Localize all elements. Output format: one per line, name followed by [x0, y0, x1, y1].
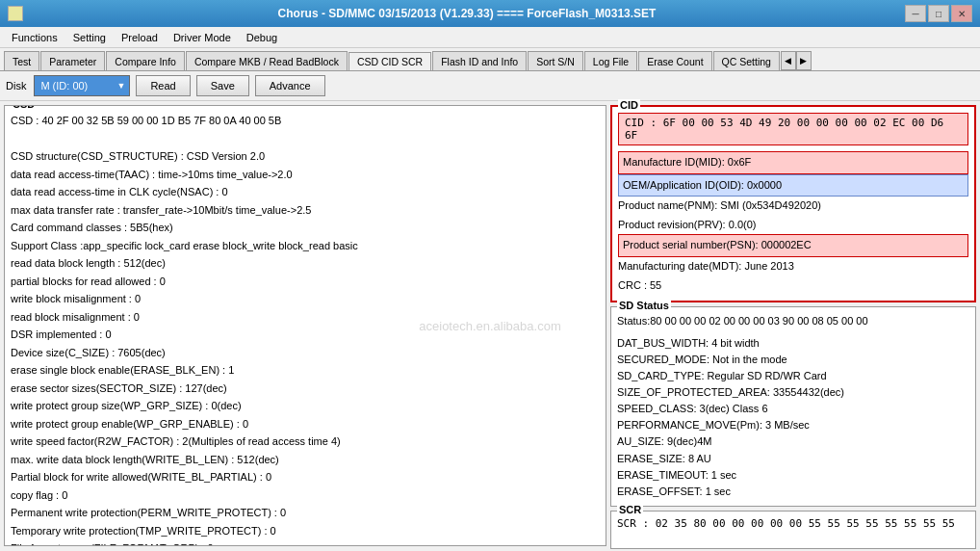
csd-line-22: File format group(FILE_FORMAT_GRP) : 0 [11, 539, 600, 546]
cid-row-4: Product serial number(PSN): 000002EC [618, 234, 968, 257]
menu-driver-mode[interactable]: Driver Mode [166, 30, 239, 45]
tab-erase-count[interactable]: Erase Count [638, 51, 711, 70]
csd-line-9: read block misalignment : 0 [11, 308, 600, 327]
csd-line-10: DSR implemented : 0 [11, 326, 600, 344]
csd-section-label: CSD [11, 105, 37, 110]
tab-parameter[interactable]: Parameter [40, 51, 105, 70]
csd-line-7: partial blocks for read allowed : 0 [11, 273, 600, 291]
sd-status-line-2: DAT_BUS_WIDTH: 4 bit width [617, 335, 969, 352]
csd-line-6: read data block length : 512(dec) [11, 254, 600, 273]
tab-bar: Test Parameter Compare Info Compare MKB … [0, 48, 980, 71]
toolbar: Disk M (ID: 00) ▼ Read Save Advance [0, 71, 980, 101]
csd-line-20: Permanent write protection(PERM_WRITE_PR… [11, 504, 600, 522]
title-text: Chorus - SD/MMC 03/15/2013 (V1.29.33) ==… [29, 7, 905, 20]
csd-line-0: CSD structure(CSD_STRUCTURE) : CSD Versi… [11, 147, 600, 166]
sd-status-line-8: AU_SIZE: 9(dec)4M [617, 433, 969, 450]
sd-status-content: Status:80 00 00 00 02 00 00 00 03 90 00 … [617, 313, 969, 500]
tab-compare-mkb[interactable]: Compare MKB / Read BadBlock [186, 51, 348, 70]
scr-section-label: SCR [617, 504, 643, 515]
disk-label: Disk [6, 80, 26, 92]
menu-preload[interactable]: Preload [114, 30, 166, 45]
tab-flash-id[interactable]: Flash ID and Info [432, 51, 527, 70]
csd-line-8: write block misalignment : 0 [11, 290, 600, 308]
csd-line-13: erase sector sizes(SECTOR_SIZE) : 127(de… [11, 380, 600, 398]
sd-status-line-9: ERASE_SIZE: 8 AU [617, 451, 969, 467]
csd-content: CSD : 40 2F 00 32 5B 59 00 00 1D B5 7F 8… [11, 112, 600, 546]
sd-status-line-5: SIZE_OF_PROTECTED_AREA: 33554432(dec) [617, 384, 969, 401]
disk-combo-value: M (ID: 00) [40, 80, 88, 92]
cid-row-6: CRC : 55 [618, 276, 968, 296]
cid-row-2: Product name(PNM): SMI (0x534D492020) [618, 197, 968, 216]
cid-section-label: CID [618, 99, 640, 111]
sd-status-line-7: PERFORMANCE_MOVE(Pm): 3 MB/sec [617, 417, 969, 433]
close-button[interactable]: ✕ [951, 5, 972, 22]
csd-line-11: Device size(C_SIZE) : 7605(dec) [11, 344, 600, 362]
menu-bar: Functions Setting Preload Driver Mode De… [0, 27, 980, 48]
sd-status-section-label: SD Status [617, 300, 671, 311]
tab-test[interactable]: Test [4, 51, 39, 70]
tab-scroll-left[interactable]: ◀ [781, 51, 796, 70]
cid-row-0: Manufacture ID(MID): 0x6F [618, 151, 968, 174]
sd-status-line-0: Status:80 00 00 00 02 00 00 00 03 90 00 … [617, 313, 969, 329]
advance-button[interactable]: Advance [255, 75, 325, 96]
sd-status-line-6: SPEED_CLASS: 3(dec) Class 6 [617, 401, 969, 417]
csd-line-19: copy flag : 0 [11, 486, 600, 505]
csd-line-3: max data transfer rate : transfer_rate->… [11, 201, 600, 220]
scr-panel: SCR SCR : 02 35 80 00 00 00 00 00 55 55 … [610, 511, 976, 549]
app-icon [8, 6, 23, 21]
right-panel: CID CID : 6F 00 00 53 4D 49 20 00 00 00 … [610, 105, 976, 546]
title-bar: Chorus - SD/MMC 03/15/2013 (V1.29.33) ==… [0, 0, 980, 27]
cid-hex: CID : 6F 00 00 53 4D 49 20 00 00 00 00 0… [618, 113, 968, 145]
csd-line-15: write protect group enable(WP_GRP_ENABLE… [11, 415, 600, 433]
read-button[interactable]: Read [136, 75, 190, 96]
window-controls: ─ □ ✕ [905, 5, 972, 22]
csd-line-2: data read access-time in CLK cycle(NSAC)… [11, 183, 600, 201]
csd-line-12: erase single block enable(ERASE_BLK_EN) … [11, 361, 600, 380]
csd-line-5: Support Class :app_specific lock_card er… [11, 237, 600, 255]
sd-status-line-4: SD_CARD_TYPE: Regular SD RD/WR Card [617, 368, 969, 384]
cid-row-5: Manufacturing date(MDT): June 2013 [618, 257, 968, 276]
cid-row-1: OEM/Application ID(OID): 0x0000 [618, 174, 968, 197]
cid-panel: CID CID : 6F 00 00 53 4D 49 20 00 00 00 … [610, 105, 976, 302]
sd-status-line-3: SECURED_MODE: Not in the mode [617, 352, 969, 368]
csd-line-14: write protect group size(WP_GRP_SIZE) : … [11, 397, 600, 415]
cid-row-3: Product revision(PRV): 0.0(0) [618, 216, 968, 235]
disk-combo[interactable]: M (ID: 00) ▼ [34, 75, 130, 96]
save-button[interactable]: Save [196, 75, 249, 96]
csd-line-16: write speed factor(R2W_FACTOR) : 2(Multi… [11, 433, 600, 451]
sd-status-panel: SD Status Status:80 00 00 00 02 00 00 00… [610, 306, 976, 507]
csd-panel: CSD CSD : 40 2F 00 32 5B 59 00 00 1D B5 … [4, 105, 606, 546]
csd-line-1: data read access-time(TAAC) : time->10ms… [11, 166, 600, 184]
tab-sort-sn[interactable]: Sort S/N [528, 51, 583, 70]
tab-log-file[interactable]: Log File [584, 51, 637, 70]
menu-debug[interactable]: Debug [239, 30, 285, 45]
csd-line-21: Temporary write protection(TMP_WRITE_PRO… [11, 522, 600, 540]
tab-csd-cid-scr[interactable]: CSD CID SCR [348, 52, 431, 71]
menu-setting[interactable]: Setting [65, 30, 114, 45]
menu-functions[interactable]: Functions [4, 30, 65, 45]
main-content: aceiotech.en.alibaba.com CSD CSD : 40 2F… [0, 101, 980, 550]
tab-scroll-right[interactable]: ▶ [796, 51, 812, 70]
csd-line-18: Partial block for write allowed(WRITE_BL… [11, 468, 600, 486]
maximize-button[interactable]: □ [928, 5, 949, 22]
sd-status-line-10: ERASE_TIMEOUT: 1 sec [617, 467, 969, 484]
sd-status-line-11: ERASE_OFFSET: 1 sec [617, 484, 969, 500]
scr-content: SCR : 02 35 80 00 00 00 00 00 55 55 55 5… [617, 517, 969, 530]
csd-hex: CSD : 40 2F 00 32 5B 59 00 00 1D B5 7F 8… [11, 112, 600, 130]
csd-line-17: max. write data block length(WRITE_BL_LE… [11, 451, 600, 469]
csd-line-4: Card command classes : 5B5(hex) [11, 219, 600, 237]
tab-compare-info[interactable]: Compare Info [106, 51, 185, 70]
chevron-down-icon: ▼ [116, 81, 125, 91]
minimize-button[interactable]: ─ [905, 5, 926, 22]
tab-qc-setting[interactable]: QC Setting [713, 51, 780, 70]
